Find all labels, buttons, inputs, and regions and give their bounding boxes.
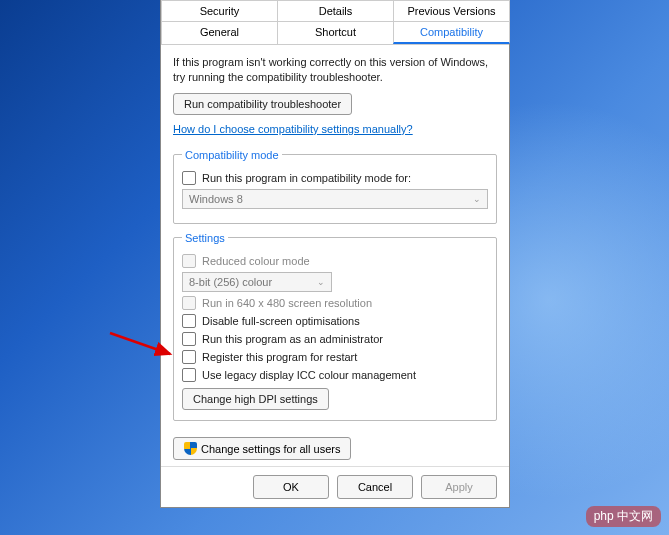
change-all-users-label: Change settings for all users [201, 443, 340, 455]
color-depth-value: 8-bit (256) colour [189, 276, 272, 288]
register-restart-label: Register this program for restart [202, 351, 357, 363]
tab-strip: Security Details Previous Versions Gener… [161, 0, 509, 45]
tab-content: If this program isn't working correctly … [161, 45, 509, 433]
help-link[interactable]: How do I choose compatibility settings m… [173, 123, 413, 135]
compatibility-mode-group: Compatibility mode Run this program in c… [173, 149, 497, 224]
disable-fullscreen-label: Disable full-screen optimisations [202, 315, 360, 327]
change-all-users-button[interactable]: Change settings for all users [173, 437, 351, 460]
chevron-down-icon: ⌄ [473, 194, 481, 204]
settings-legend: Settings [182, 232, 228, 244]
run-troubleshooter-button[interactable]: Run compatibility troubleshooter [173, 93, 352, 115]
ok-button[interactable]: OK [253, 475, 329, 499]
tab-compatibility[interactable]: Compatibility [393, 21, 510, 44]
change-dpi-button[interactable]: Change high DPI settings [182, 388, 329, 410]
reduced-color-checkbox [182, 254, 196, 268]
shield-icon [184, 442, 197, 455]
lowres-label: Run in 640 x 480 screen resolution [202, 297, 372, 309]
compat-mode-legend: Compatibility mode [182, 149, 282, 161]
compat-mode-checkbox[interactable] [182, 171, 196, 185]
compat-mode-select[interactable]: Windows 8 ⌄ [182, 189, 488, 209]
tab-security[interactable]: Security [161, 0, 278, 21]
color-depth-select: 8-bit (256) colour ⌄ [182, 272, 332, 292]
compat-mode-label: Run this program in compatibility mode f… [202, 172, 411, 184]
cancel-button[interactable]: Cancel [337, 475, 413, 499]
register-restart-checkbox[interactable] [182, 350, 196, 364]
disable-fullscreen-checkbox[interactable] [182, 314, 196, 328]
legacy-icc-label: Use legacy display ICC colour management [202, 369, 416, 381]
apply-button[interactable]: Apply [421, 475, 497, 499]
tab-previous-versions[interactable]: Previous Versions [393, 0, 510, 21]
settings-group: Settings Reduced colour mode 8-bit (256)… [173, 232, 497, 421]
run-as-admin-checkbox[interactable] [182, 332, 196, 346]
compat-mode-select-value: Windows 8 [189, 193, 243, 205]
reduced-color-label: Reduced colour mode [202, 255, 310, 267]
tab-shortcut[interactable]: Shortcut [277, 21, 394, 44]
tab-details[interactable]: Details [277, 0, 394, 21]
watermark: php 中文网 [586, 506, 661, 527]
dialog-footer: OK Cancel Apply [161, 466, 509, 499]
chevron-down-icon: ⌄ [317, 277, 325, 287]
legacy-icc-checkbox[interactable] [182, 368, 196, 382]
properties-dialog: Security Details Previous Versions Gener… [160, 0, 510, 508]
run-as-admin-label: Run this program as an administrator [202, 333, 383, 345]
tab-general[interactable]: General [161, 21, 278, 44]
lowres-checkbox [182, 296, 196, 310]
intro-text: If this program isn't working correctly … [173, 55, 497, 85]
